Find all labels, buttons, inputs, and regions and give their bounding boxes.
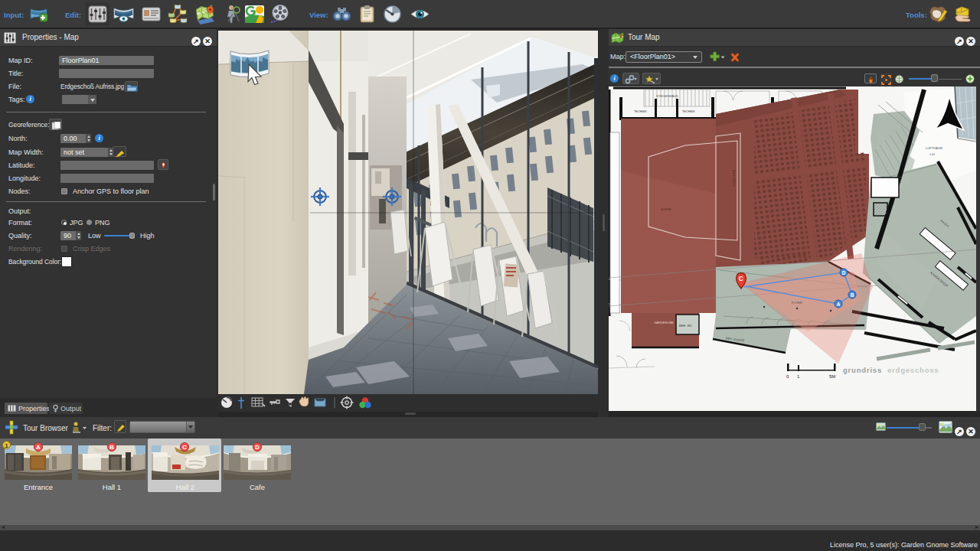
svg-text:-1.00: -1.00 xyxy=(929,153,935,156)
svg-text:GARDEROBE: GARDEROBE xyxy=(654,321,674,324)
svg-text:STIEGENHAUS: STIEGENHAUS xyxy=(656,94,678,98)
svg-text:grundriss: grundriss xyxy=(843,366,882,374)
svg-text:A: A xyxy=(837,302,841,307)
svg-text:erdgeschoss: erdgeschoss xyxy=(887,366,939,374)
svg-text:TECHNIK: TECHNIK xyxy=(634,110,647,113)
svg-text:D: D xyxy=(842,270,846,276)
svg-text:B: B xyxy=(851,292,854,298)
svg-text:5M: 5M xyxy=(829,374,835,379)
svg-text:LUFTRAUM: LUFTRAUM xyxy=(926,146,942,150)
svg-text:BEH. WC: BEH. WC xyxy=(679,324,692,328)
svg-text:FOYER: FOYER xyxy=(792,301,802,305)
svg-text:TECHNIK: TECHNIK xyxy=(682,110,695,113)
svg-text:BUHNE: BUHNE xyxy=(661,207,671,211)
svg-text:VORBUHNE: VORBUHNE xyxy=(732,169,736,187)
svg-text:C: C xyxy=(739,275,743,282)
